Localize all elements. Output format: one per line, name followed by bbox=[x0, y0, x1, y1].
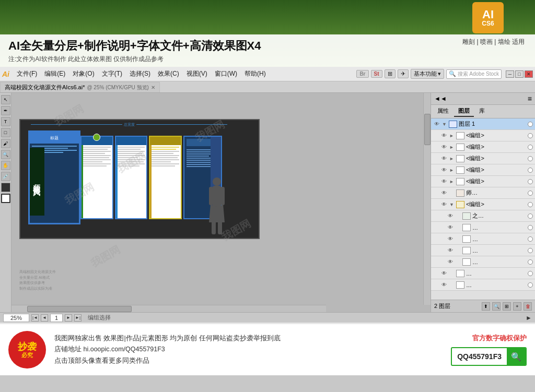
qq-search-button[interactable]: 🔍 bbox=[507, 348, 526, 365]
search-box[interactable]: 🔍 搜索 Adobe Stock bbox=[446, 69, 502, 79]
layer-merge-icon[interactable]: ⊞ bbox=[503, 302, 511, 311]
layer-item[interactable]: 👁 … bbox=[431, 233, 535, 245]
layer-item[interactable]: 👁 … bbox=[431, 268, 535, 279]
layer-item[interactable]: 👁 ► <编组> bbox=[431, 153, 535, 164]
layer-color-dot[interactable] bbox=[528, 168, 533, 173]
layer-visibility-toggle[interactable]: 👁 bbox=[440, 144, 448, 151]
close-btn[interactable]: ✕ bbox=[525, 70, 533, 78]
menu-object[interactable]: 对象(O) bbox=[69, 68, 97, 79]
layer-color-dot[interactable] bbox=[528, 225, 533, 230]
layer-color-dot[interactable] bbox=[528, 236, 533, 242]
layer-color-dot[interactable] bbox=[528, 213, 533, 219]
menu-select[interactable]: 选择(S) bbox=[126, 68, 154, 79]
status-arrow-right[interactable]: ► bbox=[526, 314, 532, 322]
layer-color-dot[interactable] bbox=[528, 145, 533, 150]
next-page-btn[interactable]: ► bbox=[65, 314, 72, 322]
layer-color-dot[interactable] bbox=[528, 133, 533, 138]
layer-expand-arrow[interactable]: ► bbox=[449, 179, 455, 184]
layer-visibility-toggle[interactable]: 👁 bbox=[440, 155, 448, 162]
layer-item[interactable]: 👁 之… bbox=[431, 210, 535, 222]
zoom-display[interactable]: 25% bbox=[3, 314, 29, 322]
layer-visibility-toggle[interactable]: 👁 bbox=[433, 121, 440, 128]
menu-effect[interactable]: 效果(C) bbox=[155, 68, 182, 79]
prev-page-btn[interactable]: ◄ bbox=[41, 314, 48, 322]
layer-color-dot[interactable] bbox=[528, 179, 533, 184]
layer-expand-arrow[interactable]: ► bbox=[449, 133, 455, 138]
layer-visibility-toggle[interactable]: 👁 bbox=[440, 201, 448, 208]
rocket-btn[interactable]: ✈ bbox=[398, 69, 409, 78]
basic-func-btn[interactable]: 基本功能 ▾ bbox=[411, 69, 444, 79]
panel-collapse-icon[interactable]: ◄◄ bbox=[434, 95, 447, 102]
tab-library[interactable]: 库 bbox=[475, 106, 489, 117]
layer-delete-icon[interactable]: 🗑 bbox=[524, 302, 532, 311]
layer-item[interactable]: 👁 ▼ 图层 1 bbox=[431, 118, 535, 130]
layer-visibility-toggle[interactable]: 👁 bbox=[447, 235, 454, 243]
layer-visibility-toggle[interactable]: 👁 bbox=[440, 167, 448, 174]
vertical-scrollbar[interactable] bbox=[423, 93, 431, 305]
st-btn[interactable]: St bbox=[371, 70, 382, 78]
layer-color-dot[interactable] bbox=[528, 259, 533, 265]
tab-close-btn[interactable]: ✕ bbox=[151, 85, 155, 90]
zoom-tool[interactable]: 🔍 bbox=[1, 150, 10, 159]
layer-item[interactable]: 👁 … bbox=[431, 279, 535, 291]
hand-tool[interactable]: ✋ bbox=[1, 161, 10, 170]
layer-expand-arrow[interactable]: ► bbox=[449, 156, 455, 161]
layer-item[interactable]: 👁 ► <编组> bbox=[431, 176, 535, 187]
menu-help[interactable]: 帮助(H) bbox=[241, 68, 269, 79]
layer-item[interactable]: 👁 ► <编组> bbox=[431, 130, 535, 141]
last-page-btn[interactable]: ►| bbox=[74, 314, 82, 322]
menu-view[interactable]: 视图(V) bbox=[183, 68, 211, 79]
layer-item[interactable]: 👁 … bbox=[431, 222, 535, 233]
layer-item[interactable]: 👁 ▼ <编组> bbox=[431, 199, 535, 210]
layer-item[interactable]: 👁 … bbox=[431, 256, 535, 268]
shape-tool[interactable]: □ bbox=[1, 128, 10, 137]
text-tool[interactable]: T bbox=[1, 117, 10, 126]
layer-visibility-toggle[interactable]: 👁 bbox=[447, 224, 454, 231]
document-tab[interactable]: 高端校园文化墙源文件AIcs6.ai* @ 25% (CMYK/GPU 预览) … bbox=[0, 82, 160, 92]
pen-tool[interactable]: ✒ bbox=[1, 106, 10, 115]
layer-visibility-toggle[interactable]: 👁 bbox=[440, 189, 448, 197]
layer-visibility-toggle[interactable]: 👁 bbox=[440, 270, 448, 277]
layer-item[interactable]: 👁 师… bbox=[431, 187, 535, 199]
menu-window[interactable]: 窗口(W) bbox=[212, 68, 240, 79]
br-btn[interactable]: Br bbox=[356, 70, 368, 78]
grid-btn[interactable]: ⊞ bbox=[385, 69, 396, 78]
page-number[interactable]: 1 bbox=[50, 314, 63, 322]
layer-visibility-toggle[interactable]: 👁 bbox=[447, 258, 454, 266]
horizontal-scrollbar[interactable] bbox=[11, 305, 326, 312]
minimize-btn[interactable]: ─ bbox=[506, 70, 514, 78]
stroke-color[interactable] bbox=[1, 194, 10, 203]
brush-tool[interactable]: 🖌 bbox=[1, 139, 10, 148]
tab-properties[interactable]: 属性 bbox=[433, 106, 453, 117]
layer-visibility-toggle[interactable]: 👁 bbox=[447, 247, 454, 254]
layer-add-icon[interactable]: + bbox=[513, 302, 521, 311]
layer-item[interactable]: 👁 … bbox=[431, 245, 535, 256]
select-tool[interactable]: ↖ bbox=[1, 95, 10, 104]
layer-expand-arrow[interactable]: ▼ bbox=[442, 122, 447, 127]
panel-menu-icon[interactable]: ≡ bbox=[528, 94, 532, 103]
fill-color[interactable] bbox=[1, 183, 10, 192]
horizontal-scroll-thumb[interactable] bbox=[27, 306, 132, 312]
first-page-btn[interactable]: |◄ bbox=[31, 314, 39, 322]
layer-color-dot[interactable] bbox=[528, 282, 533, 288]
layer-color-dot[interactable] bbox=[528, 271, 533, 276]
menu-text[interactable]: 文字(T) bbox=[99, 68, 125, 79]
menu-edit[interactable]: 编辑(E) bbox=[41, 68, 68, 79]
menu-file[interactable]: 文件(F) bbox=[14, 68, 40, 79]
layer-item[interactable]: 👁 ► <编组> bbox=[431, 164, 535, 176]
maximize-btn[interactable]: □ bbox=[515, 70, 524, 78]
layer-expand-arrow[interactable]: ► bbox=[449, 145, 455, 150]
layer-color-dot[interactable] bbox=[528, 248, 533, 253]
layer-new-icon[interactable]: ⬆ bbox=[482, 302, 490, 311]
layer-visibility-toggle[interactable]: 👁 bbox=[447, 212, 454, 220]
vertical-scroll-thumb[interactable] bbox=[424, 114, 431, 145]
canvas-area[interactable]: 我图网 我图网 我图网 我图网 我图网 我图网 ◄───────────────… bbox=[11, 93, 431, 312]
layer-visibility-toggle[interactable]: 👁 bbox=[440, 132, 448, 139]
layer-color-dot[interactable] bbox=[528, 156, 533, 161]
layer-color-dot[interactable] bbox=[528, 202, 533, 207]
layer-visibility-toggle[interactable]: 👁 bbox=[440, 281, 448, 289]
layer-color-dot[interactable] bbox=[528, 191, 533, 196]
eyedropper-tool[interactable]: 💉 bbox=[1, 172, 10, 181]
layer-visibility-toggle[interactable]: 👁 bbox=[440, 178, 448, 185]
layer-search-icon[interactable]: 🔍 bbox=[492, 302, 501, 311]
